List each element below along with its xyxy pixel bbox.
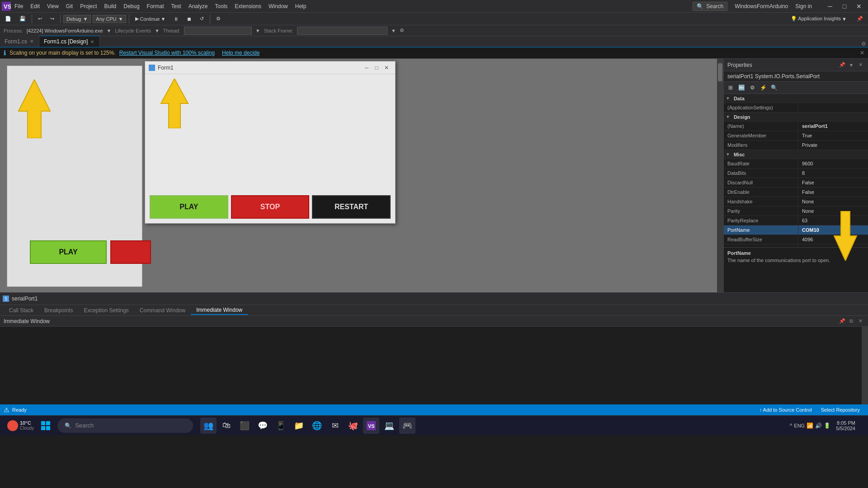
prop-row-generatemember[interactable]: GenerateMember True — [724, 131, 868, 141]
prop-row-databits[interactable]: DataBits 8 — [724, 169, 868, 178]
menu-test[interactable]: Test — [168, 2, 185, 10]
application-insights-btn[interactable]: 💡 Application Insights ▼ — [788, 14, 850, 23]
info-close-button[interactable]: ✕ — [860, 50, 864, 56]
panel-dropdown-btn[interactable]: ▼ — [847, 61, 855, 69]
taskbar-icon-terminal[interactable]: ⬛ — [236, 418, 253, 434]
immediate-content[interactable] — [0, 327, 868, 404]
taskbar-icon-mail[interactable]: ✉ — [327, 418, 343, 434]
prop-row-dtrenable[interactable]: DtrEnable False — [724, 188, 868, 197]
select-repository-btn[interactable]: Select Repository — [816, 407, 864, 413]
toolbar-redo[interactable]: ↪ — [47, 14, 57, 23]
taskbar-icon-github[interactable]: 🐙 — [345, 418, 361, 434]
form1-play-button[interactable]: PLAY — [150, 195, 228, 219]
taskbar-icon-store[interactable]: 🛍 — [218, 418, 235, 434]
show-desktop-btn[interactable] — [861, 417, 864, 435]
menu-format[interactable]: Format — [143, 2, 168, 10]
immediate-close-btn[interactable]: ✕ — [856, 317, 864, 325]
start-button[interactable] — [38, 418, 54, 434]
prop-alphabetical-btn[interactable]: 🔤 — [736, 83, 746, 93]
maximize-button[interactable]: □ — [837, 2, 852, 11]
menu-file[interactable]: File — [11, 2, 27, 10]
menu-view[interactable]: View — [43, 2, 62, 10]
toolbar-restart[interactable]: ↺ — [197, 14, 207, 23]
form1-restart-button[interactable]: RESTART — [312, 195, 391, 219]
prop-row-discardnull[interactable]: DiscardNull False — [724, 178, 868, 188]
bottom-tab-exception[interactable]: Exception Settings — [78, 306, 134, 314]
add-source-control-btn[interactable]: ↑ Add to Source Control — [755, 407, 816, 413]
prop-row-baudrate[interactable]: BaudRate 9600 — [724, 159, 868, 169]
menu-extensions[interactable]: Extensions — [231, 2, 265, 10]
tab-form1-cs[interactable]: Form1.cs ✕ — [0, 36, 39, 47]
bg-stop-button[interactable] — [110, 240, 151, 264]
bottom-tab-callstack[interactable]: Call Stack — [4, 306, 39, 314]
bottom-tab-immediate[interactable]: Immediate Window — [191, 306, 248, 315]
prop-row-handshake[interactable]: Handshake None — [724, 197, 868, 206]
thread-dropdown[interactable] — [184, 27, 252, 35]
immediate-float-btn[interactable]: ⧉ — [847, 317, 855, 325]
tab-form1-design-close[interactable]: ✕ — [90, 39, 95, 45]
bottom-tab-breakpoints[interactable]: Breakpoints — [39, 306, 78, 314]
toolbar-stop[interactable]: ⏹ — [184, 15, 195, 23]
panel-close-btn[interactable]: ✕ — [856, 61, 864, 69]
info-link-restart[interactable]: Restart Visual Studio with 100% scaling — [119, 50, 215, 56]
taskbar-icon-teams[interactable]: 💬 — [255, 418, 271, 434]
data-section-toggle[interactable]: ▼ — [724, 95, 732, 102]
menu-window[interactable]: Window — [265, 2, 292, 10]
immediate-pin-btn[interactable]: 📌 — [838, 317, 846, 325]
toolbar-new[interactable]: 📄 — [2, 14, 14, 23]
signin-button[interactable]: Sign in — [792, 2, 816, 10]
menu-search-box[interactable]: 🔍 Search — [693, 2, 727, 11]
tab-form1-design[interactable]: Form1.cs [Design] ✕ — [39, 36, 100, 47]
minimize-button[interactable]: ─ — [823, 2, 837, 11]
prop-properties-btn[interactable]: ⚙ — [747, 83, 757, 93]
cpu-dropdown[interactable]: Any CPU ▼ — [93, 15, 126, 23]
bottom-tab-commandwindow[interactable]: Command Window — [134, 306, 191, 314]
tab-form1-cs-close[interactable]: ✕ — [29, 38, 34, 44]
tab-settings-btn[interactable]: ⚙ — [861, 41, 866, 47]
taskbar-chevron-icon[interactable]: ^ — [790, 422, 793, 429]
menu-analyze[interactable]: Analyze — [185, 2, 212, 10]
designer-scroll-thumb-v[interactable] — [718, 63, 722, 81]
taskbar-search[interactable]: 🔍 Search — [57, 418, 193, 433]
toolbar-undo[interactable]: ↩ — [35, 14, 45, 23]
menu-help[interactable]: Help — [292, 2, 310, 10]
toolbar-pin[interactable]: 📌 — [854, 14, 866, 23]
prop-row-modifiers[interactable]: Modifiers Private — [724, 141, 868, 150]
prop-search-btn[interactable]: 🔍 — [769, 83, 779, 93]
menu-debug[interactable]: Debug — [120, 2, 143, 10]
immediate-scrollbar-v[interactable] — [862, 327, 868, 404]
menu-edit[interactable]: Edit — [27, 2, 43, 10]
form1-stop-button[interactable]: STOP — [231, 195, 310, 219]
menu-git[interactable]: Git — [62, 2, 76, 10]
prop-row-appsettings[interactable]: (ApplicationSettings) — [724, 103, 868, 113]
menu-project[interactable]: Project — [76, 2, 100, 10]
taskbar-icon-vscode[interactable]: 💻 — [381, 418, 397, 434]
toolbar-save[interactable]: 💾 — [16, 14, 29, 23]
taskbar-icon-people[interactable]: 👥 — [200, 418, 217, 434]
taskbar-icon-explorer[interactable]: 📁 — [291, 418, 307, 434]
close-button[interactable]: ✕ — [852, 2, 866, 11]
prop-row-name[interactable]: (Name) serialPort1 — [724, 122, 868, 131]
debug-mode-dropdown[interactable]: Debug ▼ — [63, 15, 91, 23]
form1-maximize-btn[interactable]: □ — [372, 63, 382, 72]
taskbar-icon-gamebar[interactable]: 🎮 — [399, 418, 415, 434]
panel-pin-btn[interactable]: 📌 — [838, 61, 846, 69]
taskbar-icon-whatsapp[interactable]: 📱 — [273, 418, 289, 434]
toolbar-settings[interactable]: ⚙ — [213, 14, 224, 23]
serial-port-tab-label[interactable]: serialPort1 — [12, 296, 38, 302]
designer-scrollbar-v[interactable] — [717, 59, 723, 292]
taskbar-clock[interactable]: 8:05 PM 5/5/2024 — [832, 420, 859, 431]
prop-categorized-btn[interactable]: ⊞ — [726, 83, 736, 93]
toolbar-pause[interactable]: ⏸ — [170, 15, 182, 23]
form1-minimize-btn[interactable]: ─ — [362, 63, 372, 72]
info-link-help[interactable]: Help me decide — [222, 50, 259, 56]
misc-section-toggle[interactable]: ▼ — [724, 151, 732, 158]
taskbar-icon-edge[interactable]: 🌐 — [309, 418, 325, 434]
stack-frame-dropdown[interactable] — [297, 27, 387, 35]
form1-close-btn[interactable]: ✕ — [382, 63, 392, 72]
continue-button[interactable]: ▶ Continue ▼ — [132, 14, 169, 23]
menu-build[interactable]: Build — [101, 2, 120, 10]
taskbar-icon-vs[interactable]: VS — [363, 418, 379, 434]
bg-play-button[interactable]: PLAY — [30, 240, 107, 264]
design-section-toggle[interactable]: ▼ — [724, 113, 732, 120]
